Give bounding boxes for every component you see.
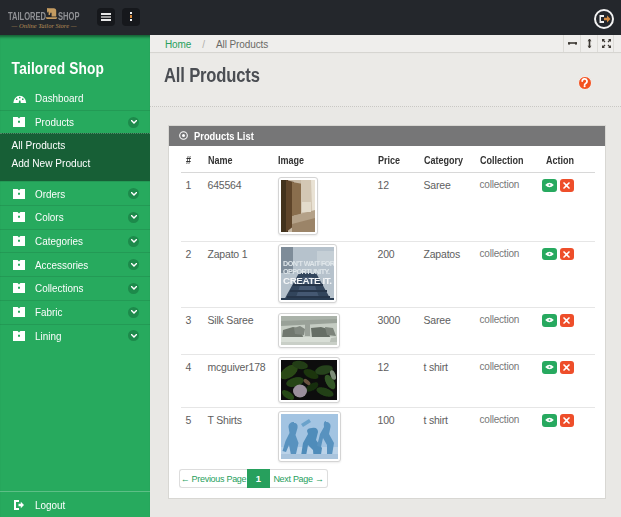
svg-text:CREATE IT.: CREATE IT.: [283, 275, 332, 286]
